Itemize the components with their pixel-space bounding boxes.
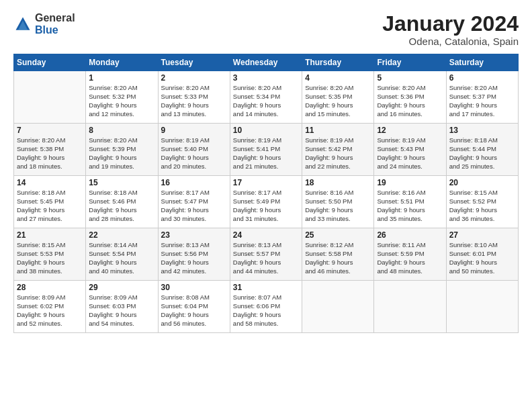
day-info: and 52 minutes. — [17, 320, 83, 328]
day-info: and 46 minutes. — [305, 267, 371, 276]
day-info: Sunrise: 8:13 AM — [161, 241, 227, 250]
day-info: Sunrise: 8:20 AM — [233, 84, 299, 93]
day-number: 20 — [449, 178, 515, 187]
day-info: Daylight: 9 hours — [233, 101, 299, 110]
day-number: 18 — [305, 178, 371, 187]
day-info: Sunset: 5:32 PM — [89, 93, 154, 101]
day-info: Sunrise: 8:19 AM — [305, 136, 371, 145]
day-info: Daylight: 9 hours — [89, 101, 154, 110]
day-number: 23 — [161, 230, 227, 240]
day-info: and 36 minutes. — [449, 215, 515, 224]
day-info: and 50 minutes. — [449, 267, 515, 276]
day-info: Daylight: 9 hours — [89, 311, 154, 320]
day-cell: 27Sunrise: 8:10 AMSunset: 6:01 PMDayligh… — [446, 228, 518, 281]
day-header: Tuesday — [158, 54, 230, 71]
day-info: Sunset: 5:39 PM — [89, 145, 154, 154]
day-number: 2 — [161, 73, 227, 83]
day-header: Friday — [374, 54, 446, 71]
day-info: Sunrise: 8:17 AM — [161, 189, 227, 197]
day-cell — [14, 71, 86, 124]
day-cell: 6Sunrise: 8:20 AMSunset: 5:37 PMDaylight… — [446, 71, 518, 124]
day-info: and 30 minutes. — [161, 215, 227, 224]
day-info: Sunset: 5:58 PM — [305, 250, 371, 259]
day-header: Saturday — [446, 54, 518, 71]
day-cell: 14Sunrise: 8:18 AMSunset: 5:45 PMDayligh… — [14, 176, 86, 228]
day-cell: 8Sunrise: 8:20 AMSunset: 5:39 PMDaylight… — [86, 124, 158, 176]
day-cell: 12Sunrise: 8:19 AMSunset: 5:43 PMDayligh… — [374, 124, 446, 176]
day-info: Sunrise: 8:19 AM — [377, 136, 443, 145]
day-info: Daylight: 9 hours — [89, 259, 154, 267]
day-cell: 26Sunrise: 8:11 AMSunset: 5:59 PMDayligh… — [374, 228, 446, 281]
day-cell: 5Sunrise: 8:20 AMSunset: 5:36 PMDaylight… — [374, 71, 446, 124]
day-info: Sunrise: 8:10 AM — [449, 241, 515, 250]
day-info: and 25 minutes. — [449, 163, 515, 171]
day-info: Sunset: 5:43 PM — [377, 145, 443, 154]
day-info: and 28 minutes. — [89, 215, 154, 224]
day-cell: 25Sunrise: 8:12 AMSunset: 5:58 PMDayligh… — [302, 228, 374, 281]
day-info: Sunset: 5:46 PM — [89, 197, 154, 206]
day-info: Sunset: 5:52 PM — [449, 197, 515, 206]
day-info: Sunset: 5:53 PM — [17, 250, 83, 259]
header-row: SundayMondayTuesdayWednesdayThursdayFrid… — [14, 54, 519, 71]
day-info: and 54 minutes. — [89, 320, 154, 328]
day-cell: 7Sunrise: 8:20 AMSunset: 5:38 PMDaylight… — [14, 124, 86, 176]
day-info: and 58 minutes. — [233, 320, 299, 328]
day-info: Daylight: 9 hours — [305, 259, 371, 267]
day-info: and 16 minutes. — [377, 110, 443, 119]
day-cell: 11Sunrise: 8:19 AMSunset: 5:42 PMDayligh… — [302, 124, 374, 176]
day-info: Sunset: 5:59 PM — [377, 250, 443, 259]
day-number: 10 — [233, 126, 299, 135]
day-info: Daylight: 9 hours — [449, 259, 515, 267]
day-info: and 40 minutes. — [89, 267, 154, 276]
day-number: 28 — [17, 283, 83, 292]
day-info: Daylight: 9 hours — [161, 101, 227, 110]
day-info: Sunset: 6:04 PM — [161, 302, 227, 311]
day-info: Sunrise: 8:20 AM — [305, 84, 371, 93]
day-number: 7 — [17, 126, 83, 135]
day-info: Sunset: 5:40 PM — [161, 145, 227, 154]
week-row: 1Sunrise: 8:20 AMSunset: 5:32 PMDaylight… — [14, 71, 519, 124]
month-title: January 2024 — [382, 12, 519, 36]
day-info: Sunset: 6:02 PM — [17, 302, 83, 311]
day-info: Sunset: 5:44 PM — [449, 145, 515, 154]
day-info: Sunrise: 8:07 AM — [233, 293, 299, 302]
day-info: Daylight: 9 hours — [449, 154, 515, 163]
day-info: Sunset: 5:36 PM — [377, 93, 443, 101]
logo-icon — [13, 15, 32, 34]
day-info: Daylight: 9 hours — [305, 154, 371, 163]
day-header: Wednesday — [230, 54, 302, 71]
day-info: and 21 minutes. — [233, 163, 299, 171]
day-info: Sunrise: 8:08 AM — [161, 293, 227, 302]
day-info: Sunset: 5:35 PM — [305, 93, 371, 101]
day-info: and 17 minutes. — [449, 110, 515, 119]
day-info: Sunset: 5:45 PM — [17, 197, 83, 206]
week-row: 7Sunrise: 8:20 AMSunset: 5:38 PMDaylight… — [14, 124, 519, 176]
day-cell: 17Sunrise: 8:17 AMSunset: 5:49 PMDayligh… — [230, 176, 302, 228]
day-info: Sunrise: 8:20 AM — [89, 136, 154, 145]
day-info: and 27 minutes. — [17, 215, 83, 224]
calendar-table: SundayMondayTuesdayWednesdayThursdayFrid… — [13, 54, 519, 333]
day-info: Sunrise: 8:19 AM — [161, 136, 227, 145]
location: Odena, Catalonia, Spain — [382, 36, 519, 47]
day-info: Sunset: 5:38 PM — [17, 145, 83, 154]
day-info: and 22 minutes. — [305, 163, 371, 171]
day-info: Sunrise: 8:12 AM — [305, 241, 371, 250]
day-number: 1 — [89, 73, 154, 83]
day-info: and 14 minutes. — [233, 110, 299, 119]
header: General Blue January 2024 Odena, Catalon… — [13, 12, 519, 47]
day-info: Sunset: 5:33 PM — [161, 93, 227, 101]
day-cell — [446, 281, 518, 333]
day-header: Thursday — [302, 54, 374, 71]
day-number: 24 — [233, 230, 299, 240]
day-info: Sunset: 5:56 PM — [161, 250, 227, 259]
day-info: Daylight: 9 hours — [233, 259, 299, 267]
day-number: 11 — [305, 126, 371, 135]
logo-general-text: General — [35, 12, 75, 24]
week-row: 21Sunrise: 8:15 AMSunset: 5:53 PMDayligh… — [14, 228, 519, 281]
day-info: Daylight: 9 hours — [305, 101, 371, 110]
day-number: 17 — [233, 178, 299, 187]
day-info: Sunrise: 8:11 AM — [377, 241, 443, 250]
day-info: and 44 minutes. — [233, 267, 299, 276]
day-cell: 10Sunrise: 8:19 AMSunset: 5:41 PMDayligh… — [230, 124, 302, 176]
day-info: Daylight: 9 hours — [161, 154, 227, 163]
